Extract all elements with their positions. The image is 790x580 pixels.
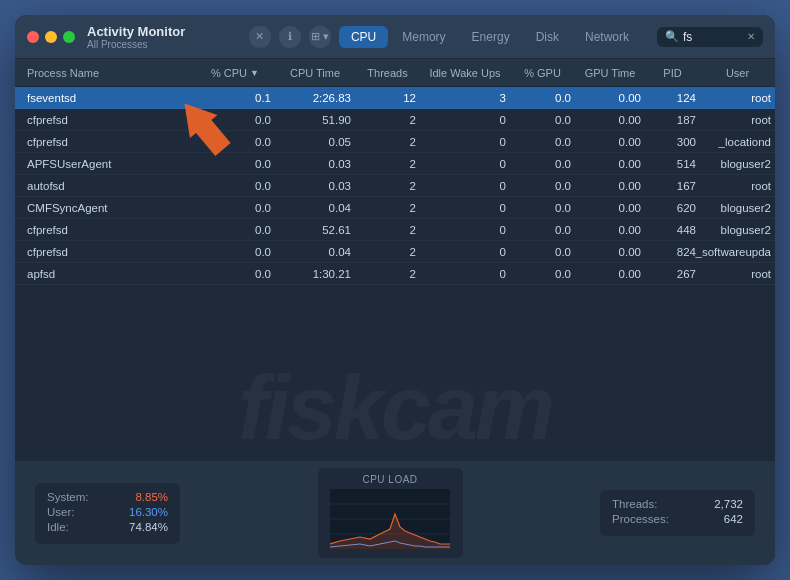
cell-pid: 620 — [645, 202, 700, 214]
col-header-cpu[interactable]: % CPU ▼ — [195, 67, 275, 79]
tab-memory[interactable]: Memory — [390, 26, 457, 48]
stats-bar: System: 8.85% User: 16.30% Idle: 74.84% … — [15, 460, 775, 565]
cell-cpu: 0.0 — [195, 224, 275, 236]
titlebar: Activity Monitor All Processes ✕ ℹ ⊞ ▾ C… — [15, 15, 775, 59]
cell-threads: 12 — [355, 92, 420, 104]
cell-gpu: 0.0 — [510, 114, 575, 126]
table-row[interactable]: APFSUserAgent 0.0 0.03 2 0 0.0 0.00 514 … — [15, 153, 775, 175]
maximize-button[interactable] — [63, 31, 75, 43]
col-header-gpu[interactable]: % GPU — [510, 67, 575, 79]
cpu-stats-panel: System: 8.85% User: 16.30% Idle: 74.84% — [35, 483, 180, 544]
table-row[interactable]: cfprefsd 0.0 52.61 2 0 0.0 0.00 448 blog… — [15, 219, 775, 241]
cell-pid: 167 — [645, 180, 700, 192]
view-button[interactable]: ⊞ ▾ — [309, 26, 331, 48]
cell-gputime: 0.00 — [575, 224, 645, 236]
cell-name: CMFSyncAgent — [15, 202, 195, 214]
nav-tabs: CPU Memory Energy Disk Network — [339, 26, 641, 48]
col-header-pid[interactable]: PID — [645, 67, 700, 79]
cell-name: autofsd — [15, 180, 195, 192]
cell-gputime: 0.00 — [575, 136, 645, 148]
cell-cpu: 0.0 — [195, 136, 275, 148]
col-header-gputime[interactable]: GPU Time — [575, 67, 645, 79]
cell-idlewake: 0 — [420, 202, 510, 214]
cell-name: APFSUserAgent — [15, 158, 195, 170]
col-header-idlewake[interactable]: Idle Wake Ups — [420, 67, 510, 79]
cell-cpu: 0.0 — [195, 202, 275, 214]
cell-user: root — [700, 180, 775, 192]
right-stats-panel: Threads: 2,732 Processes: 642 — [600, 490, 755, 536]
cpu-load-chart — [330, 489, 450, 549]
table-row[interactable]: apfsd 0.0 1:30.21 2 0 0.0 0.00 267 root — [15, 263, 775, 285]
tab-disk[interactable]: Disk — [524, 26, 571, 48]
cell-user: root — [700, 114, 775, 126]
cell-gputime: 0.00 — [575, 202, 645, 214]
cell-cpu: 0.0 — [195, 158, 275, 170]
cell-cputime: 0.03 — [275, 158, 355, 170]
search-input[interactable] — [683, 30, 743, 44]
cell-gpu: 0.0 — [510, 246, 575, 258]
col-header-user[interactable]: User — [700, 67, 775, 79]
close-button[interactable] — [27, 31, 39, 43]
table-row[interactable]: CMFSyncAgent 0.0 0.04 2 0 0.0 0.00 620 b… — [15, 197, 775, 219]
info-button[interactable]: ℹ — [279, 26, 301, 48]
cell-cputime: 0.04 — [275, 202, 355, 214]
cell-threads: 2 — [355, 136, 420, 148]
tab-energy[interactable]: Energy — [460, 26, 522, 48]
cell-idlewake: 0 — [420, 180, 510, 192]
cell-pid: 300 — [645, 136, 700, 148]
titlebar-controls: ✕ ℹ ⊞ ▾ — [249, 26, 331, 48]
cell-user: root — [700, 268, 775, 280]
tab-network[interactable]: Network — [573, 26, 641, 48]
cell-gputime: 0.00 — [575, 268, 645, 280]
cell-cputime: 1:30.21 — [275, 268, 355, 280]
stop-button[interactable]: ✕ — [249, 26, 271, 48]
user-value: 16.30% — [129, 506, 168, 518]
col-header-threads[interactable]: Threads — [355, 67, 420, 79]
cell-user: bloguser2 — [700, 202, 775, 214]
cell-gpu: 0.0 — [510, 92, 575, 104]
cell-pid: 514 — [645, 158, 700, 170]
col-header-cputime[interactable]: CPU Time — [275, 67, 355, 79]
cell-threads: 2 — [355, 202, 420, 214]
col-header-name[interactable]: Process Name — [15, 67, 195, 79]
cell-user: root — [700, 92, 775, 104]
cell-user: bloguser2 — [700, 158, 775, 170]
cell-gpu: 0.0 — [510, 180, 575, 192]
cell-gputime: 0.00 — [575, 180, 645, 192]
cell-gputime: 0.00 — [575, 246, 645, 258]
cell-user: _locationd — [700, 136, 775, 148]
threads-stat-row: Threads: 2,732 — [612, 498, 743, 510]
traffic-lights — [27, 31, 75, 43]
table-row[interactable]: fseventsd 0.1 2:26.83 12 3 0.0 0.00 124 … — [15, 87, 775, 109]
cell-threads: 2 — [355, 158, 420, 170]
cell-threads: 2 — [355, 114, 420, 126]
cell-name: fseventsd — [15, 92, 195, 104]
table-row[interactable]: autofsd 0.0 0.03 2 0 0.0 0.00 167 root — [15, 175, 775, 197]
search-box[interactable]: 🔍 ✕ — [657, 27, 763, 47]
process-table: fseventsd 0.1 2:26.83 12 3 0.0 0.00 124 … — [15, 87, 775, 460]
cpu-load-title: CPU LOAD — [328, 474, 453, 485]
idle-stat-row: Idle: 74.84% — [47, 521, 168, 533]
cell-cpu: 0.0 — [195, 246, 275, 258]
user-stat-row: User: 16.30% — [47, 506, 168, 518]
sort-arrow: ▼ — [250, 68, 259, 78]
cell-threads: 2 — [355, 268, 420, 280]
table-row[interactable]: cfprefsd 0.0 0.05 2 0 0.0 0.00 300 _loca… — [15, 131, 775, 153]
tab-cpu[interactable]: CPU — [339, 26, 388, 48]
processes-stat-row: Processes: 642 — [612, 513, 743, 525]
cell-gputime: 0.00 — [575, 92, 645, 104]
cell-pid: 124 — [645, 92, 700, 104]
cell-cpu: 0.0 — [195, 180, 275, 192]
cell-gpu: 0.0 — [510, 202, 575, 214]
search-clear-button[interactable]: ✕ — [747, 31, 755, 42]
cell-pid: 824 — [645, 246, 700, 258]
cell-idlewake: 3 — [420, 92, 510, 104]
cell-user: _softwareupda — [700, 246, 775, 258]
table-header: Process Name % CPU ▼ CPU Time Threads Id… — [15, 59, 775, 87]
table-row[interactable]: cfprefsd 0.0 51.90 2 0 0.0 0.00 187 root — [15, 109, 775, 131]
cpu-load-panel: CPU LOAD — [318, 468, 463, 558]
cell-name: cfprefsd — [15, 114, 195, 126]
table-row[interactable]: cfprefsd 0.0 0.04 2 0 0.0 0.00 824 _soft… — [15, 241, 775, 263]
cell-cputime: 2:26.83 — [275, 92, 355, 104]
minimize-button[interactable] — [45, 31, 57, 43]
